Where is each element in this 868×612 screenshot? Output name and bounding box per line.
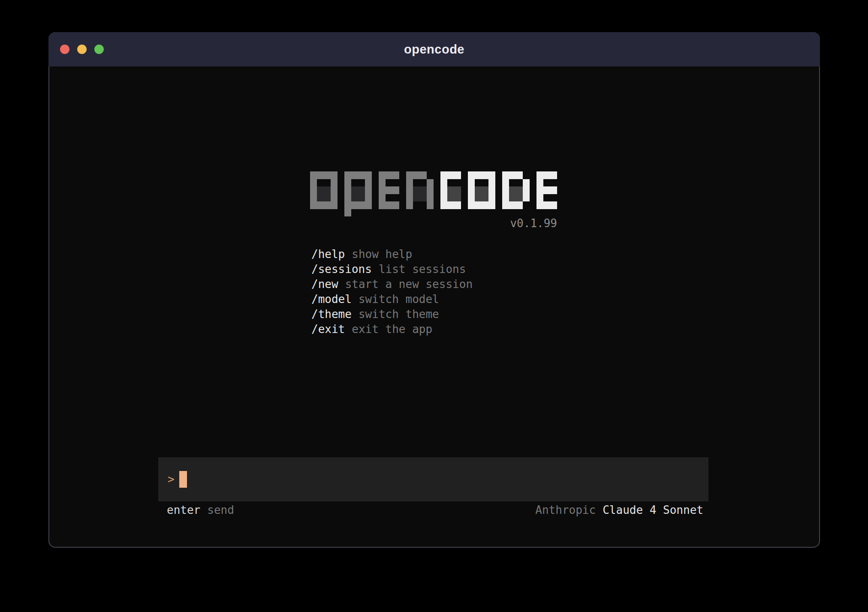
logo-pixel (454, 201, 461, 209)
window-title: opencode (48, 42, 820, 57)
minimize-button[interactable] (77, 45, 87, 54)
logo-pixel (509, 201, 516, 209)
logo-pixel (440, 171, 447, 179)
logo-pixel (379, 186, 386, 194)
logo-pixel (427, 179, 434, 186)
keybind-hint: entersend (167, 503, 234, 518)
logo-pixel (351, 194, 358, 201)
version-label: v0.1.99 (310, 216, 557, 231)
logo-pixel (475, 194, 482, 201)
logo-pixel (331, 194, 338, 201)
enter-key-label: enter (167, 504, 200, 516)
logo-pixel (516, 201, 523, 209)
command-name: /exit (311, 323, 345, 336)
logo-pixel (358, 201, 365, 209)
close-button[interactable] (60, 45, 69, 54)
command-item: /modelswitch model (311, 292, 473, 307)
logo-pixel (365, 171, 372, 179)
logo-pixel (468, 179, 475, 186)
logo-pixel (482, 201, 488, 209)
logo-pixel (482, 186, 488, 194)
logo-pixel (365, 201, 372, 209)
logo-pixel (427, 201, 434, 209)
logo-pixel (310, 186, 317, 194)
logo-pixel (536, 194, 543, 201)
logo-pixel (447, 201, 454, 209)
command-item: /sessionslist sessions (311, 262, 473, 277)
logo-pixel (324, 194, 331, 201)
command-list: /helpshow help/sessionslist sessions/new… (311, 247, 473, 337)
logo-pixel (344, 201, 351, 209)
logo-pixel (543, 171, 550, 179)
command-name: /model (311, 293, 352, 306)
logo-pixel (317, 194, 324, 201)
logo-pixel (344, 171, 351, 179)
command-name: /help (311, 248, 345, 261)
logo-pixel (310, 201, 317, 209)
logo-pixel (406, 171, 413, 179)
command-item: /themeswitch theme (311, 307, 473, 322)
logo-pixel (420, 171, 427, 179)
logo-pixel (406, 201, 413, 209)
logo-pixel (331, 201, 338, 209)
prompt-symbol: > (168, 472, 175, 487)
logo-pixel (502, 171, 509, 179)
model-indicator[interactable]: AnthropicClaude 4 Sonnet (535, 503, 703, 518)
logo-pixel (475, 171, 482, 179)
logo-pixel (351, 186, 358, 194)
logo-pixel (413, 194, 420, 201)
logo-pixel (468, 201, 475, 209)
logo-pixel (502, 179, 509, 186)
logo-pixel (351, 171, 358, 179)
logo-pixel (475, 201, 482, 209)
logo-pixel (523, 194, 530, 201)
logo-pixel (344, 179, 351, 186)
logo-pixel (440, 186, 447, 194)
logo-pixel (324, 186, 331, 194)
logo-pixel (420, 186, 427, 194)
status-bar: entersend AnthropicClaude 4 Sonnet (158, 503, 708, 518)
logo-pixel (447, 194, 454, 201)
logo-pixel (488, 179, 495, 186)
logo-pixel (392, 201, 399, 209)
logo-pixel (386, 201, 392, 209)
logo-pixel (392, 186, 399, 194)
logo-pixel (406, 194, 413, 201)
logo-pixel (475, 186, 482, 194)
logo-pixel (324, 201, 331, 209)
logo-pixel (386, 186, 392, 194)
logo-pixel (550, 186, 557, 194)
logo-pixel (488, 194, 495, 201)
zoom-button[interactable] (94, 45, 104, 54)
command-item: /helpshow help (311, 247, 473, 262)
logo-pixel (550, 201, 557, 209)
logo-pixel (516, 186, 523, 194)
logo-pixel (427, 186, 434, 194)
logo-pixel (331, 186, 338, 194)
logo-pixel (523, 179, 530, 186)
logo-pixel (406, 186, 413, 194)
logo-pixel (379, 171, 386, 179)
titlebar[interactable]: opencode (48, 32, 820, 66)
logo-pixel (379, 194, 386, 201)
logo-pixel (447, 186, 454, 194)
logo-pixel (488, 201, 495, 209)
logo-pixel (386, 171, 392, 179)
prompt-input[interactable]: > (158, 457, 708, 501)
logo-pixel (516, 194, 523, 201)
logo-pixel (358, 186, 365, 194)
command-name: /new (311, 278, 338, 291)
logo-pixel (536, 179, 543, 186)
logo-pixel (310, 194, 317, 201)
text-cursor (179, 471, 187, 488)
logo-pixel (379, 201, 386, 209)
terminal-content: v0.1.99 /helpshow help/sessionslist sess… (48, 66, 820, 548)
opencode-logo (310, 171, 557, 217)
logo-pixel (420, 194, 427, 201)
logo-pixel (454, 186, 461, 194)
logo-pixel (440, 179, 447, 186)
logo-pixel (310, 171, 317, 179)
logo-pixel (468, 171, 475, 179)
logo-pixel (317, 201, 324, 209)
logo-pixel (509, 186, 516, 194)
